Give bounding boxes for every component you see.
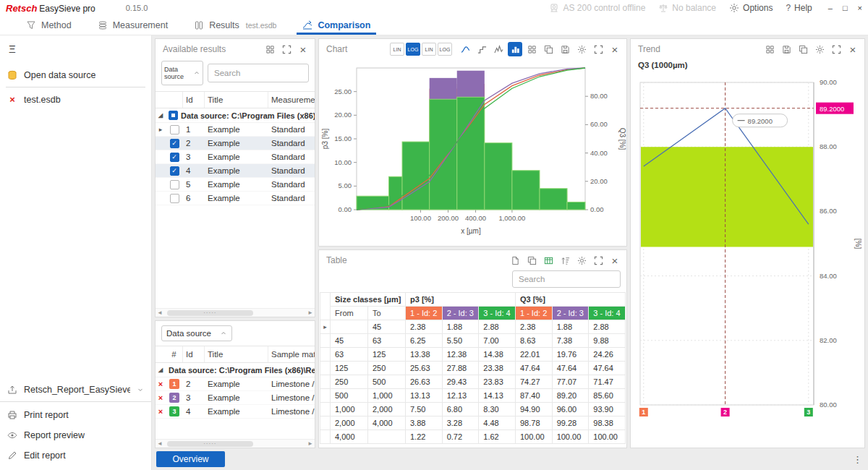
table-row[interactable]: 5001,00013.1312.1314.1387.4089.2085.60 (320, 389, 626, 403)
table-settings-button[interactable] (574, 253, 589, 268)
close-panel-button[interactable]: × (296, 42, 310, 56)
fullscreen-button[interactable] (829, 42, 843, 56)
export-chart-button[interactable] (558, 42, 572, 56)
new-document-button[interactable] (508, 253, 522, 268)
tab-comparison[interactable]: Comparison (302, 16, 370, 35)
group-checkbox[interactable] (169, 111, 178, 120)
scroll-left-button[interactable]: ◄ (157, 440, 163, 447)
column-header[interactable]: 2 - Id: 3 (442, 307, 479, 320)
column-header[interactable]: 1 - Id: 2 (515, 307, 552, 320)
column-header[interactable]: 2 - Id: 3 (552, 307, 589, 320)
chart-scale-toggle-2[interactable]: LIN (422, 43, 436, 56)
overview-button[interactable]: Overview (156, 451, 225, 467)
fullscreen-button[interactable] (279, 42, 294, 56)
scrollbar-thumb[interactable]: ····· (167, 310, 253, 316)
curve-step-button[interactable] (475, 42, 489, 56)
options-button[interactable]: Options (729, 3, 773, 13)
curve-spline-button[interactable] (458, 42, 472, 56)
column-header[interactable]: 3 - Id: 4 (479, 307, 516, 320)
column-title[interactable]: Title (205, 346, 268, 362)
column-type[interactable]: Measurement ty (268, 92, 315, 108)
result-checkbox[interactable] (170, 194, 179, 203)
table-row[interactable]: 2,0004,0003.883.284.4898.7899.2898.38 (320, 416, 626, 430)
table-row[interactable]: 25050026.6329.4323.8374.2777.0771.47 (320, 375, 626, 389)
export-trend-button[interactable] (779, 42, 793, 56)
result-row[interactable]: 6ExampleStandard (156, 192, 315, 205)
remove-result-button[interactable]: × (156, 380, 166, 388)
table-row[interactable]: 1,0002,0007.506.808.3094.9096.0093.90 (320, 403, 626, 416)
result-row[interactable]: ✓3ExampleStandard (156, 150, 315, 164)
table-row[interactable]: ▸452.381.882.882.381.882.88 (320, 320, 626, 334)
layout-grid-button[interactable] (524, 42, 539, 56)
report-preview-button[interactable]: Report preview (0, 425, 151, 445)
collapse-sidebar-icon[interactable]: Ξ (9, 43, 20, 55)
selected-result-row[interactable]: ×23ExampleLimestone / ... (156, 391, 315, 405)
result-row[interactable]: ✓2ExampleStandard (156, 137, 315, 150)
collapse-group-icon[interactable]: ◢ (156, 112, 166, 119)
result-checkbox[interactable]: ✓ (170, 139, 179, 148)
results-search-input[interactable] (208, 64, 309, 82)
data-source-group-row[interactable]: ◢ Data source: C:\Program Files (x86)\Re… (156, 108, 315, 123)
p3-header[interactable]: p3 [%] (406, 293, 516, 307)
export-excel-button[interactable] (541, 253, 556, 268)
copy-chart-button[interactable] (541, 42, 556, 56)
result-row[interactable]: ▸1ExampleStandard (156, 123, 315, 137)
tab-method[interactable]: Method (26, 16, 72, 35)
close-window-button[interactable]: × (858, 4, 862, 12)
fullscreen-button[interactable] (591, 253, 605, 268)
result-checkbox[interactable]: ✓ (170, 153, 179, 162)
table-row[interactable]: 6312513.3812.3814.3822.0119.7624.26 (320, 348, 626, 362)
maximize-button[interactable]: □ (843, 4, 848, 12)
result-checkbox[interactable] (170, 180, 179, 189)
print-report-button[interactable]: Print report (0, 405, 151, 425)
remove-result-button[interactable]: × (156, 407, 166, 416)
open-data-source-button[interactable]: Open data source (0, 65, 151, 85)
trend-settings-button[interactable] (812, 42, 827, 56)
layout-grid-button[interactable] (263, 42, 277, 56)
sort-button[interactable] (558, 253, 572, 268)
remove-file-icon[interactable]: × (7, 94, 17, 105)
chart-scale-toggle-3[interactable]: LOG (438, 43, 452, 56)
chart-scale-toggle-0[interactable]: LIN (390, 43, 404, 56)
result-row[interactable]: 5ExampleStandard (156, 178, 315, 192)
column-title[interactable]: Title (205, 92, 268, 108)
copy-trend-button[interactable] (796, 42, 810, 56)
table-row[interactable]: 45636.255.507.008.637.389.88 (320, 334, 626, 348)
report-file-item[interactable]: Retsch_Report_EasySieve.xml (0, 380, 151, 402)
column-id[interactable]: Id (183, 346, 205, 362)
table-row[interactable]: 12525025.6327.8823.3847.6447.6447.64 (320, 362, 626, 375)
column-id[interactable]: Id (183, 92, 205, 108)
column-header[interactable]: 1 - Id: 2 (406, 307, 443, 320)
kebab-menu[interactable]: ⋮ (853, 454, 865, 465)
data-source-select[interactable]: Data source (161, 325, 232, 341)
column-header[interactable]: From (331, 307, 368, 320)
close-panel-button[interactable]: × (608, 42, 622, 56)
result-row[interactable]: ✓4ExampleStandard (156, 164, 315, 178)
edit-report-button[interactable]: Edit report (0, 445, 151, 466)
chart-settings-button[interactable] (574, 42, 589, 56)
scroll-left-button[interactable]: ◄ (157, 309, 163, 316)
close-panel-button[interactable]: × (608, 253, 622, 268)
column-header[interactable]: To (368, 307, 406, 320)
help-button[interactable]: ? Help (786, 3, 812, 13)
data-file-item[interactable]: × test.esdb (0, 89, 151, 110)
close-panel-button[interactable]: × (846, 42, 860, 56)
column-num[interactable]: # (166, 346, 183, 362)
layout-grid-button[interactable] (762, 42, 777, 56)
table-row[interactable]: 4,0001.220.721.62100.00100.00100.00 (320, 430, 626, 444)
remove-result-button[interactable]: × (156, 393, 166, 402)
tab-results[interactable]: Results test.esdb (194, 16, 276, 35)
horizontal-scrollbar[interactable]: ◄ ····· ► (156, 308, 315, 317)
scroll-right-button[interactable]: ► (307, 309, 313, 316)
data-source-group-row[interactable]: ◢ Data source: C:\Program Files (x86)\Re… (156, 363, 315, 377)
size-classes-header[interactable]: Size classes [µm] (331, 293, 406, 307)
selected-result-row[interactable]: ×12ExampleLimestone / ... (156, 377, 315, 391)
result-checkbox[interactable] (170, 125, 179, 134)
result-checkbox[interactable]: ✓ (170, 166, 179, 176)
tab-measurement[interactable]: Measurement (98, 16, 168, 35)
table-search-input[interactable] (512, 270, 621, 288)
scrollbar-thumb[interactable]: ····· (167, 441, 253, 447)
collapse-group-icon[interactable]: ◢ (156, 367, 166, 373)
curve-peaks-button[interactable] (491, 42, 506, 56)
histogram-button[interactable] (508, 42, 522, 56)
